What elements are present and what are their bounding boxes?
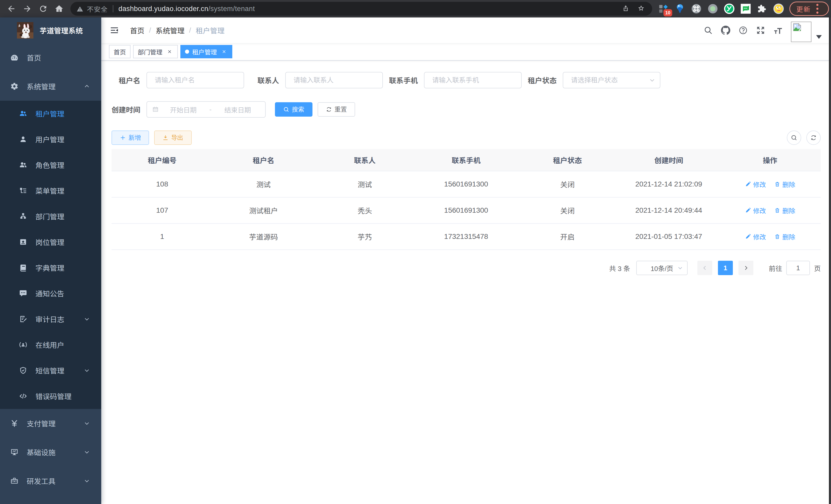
contact-name-input[interactable] — [286, 76, 382, 84]
start-date-placeholder[interactable]: 开始日期 — [161, 105, 206, 114]
prev-page-button[interactable] — [697, 261, 712, 275]
tab-dept[interactable]: 部门管理 — [133, 45, 178, 58]
refresh-table-button[interactable] — [806, 130, 821, 145]
extension-command-icon[interactable] — [690, 2, 703, 16]
address-bar[interactable]: 不安全 dashboard.yudao.iocoder.cn/system/te… — [70, 2, 652, 16]
sidebar-item-yuan-2[interactable]: 支付管理 — [0, 409, 101, 438]
sidebar-item-message-7[interactable]: 通知公告 — [0, 280, 101, 306]
main-area: 首页 / 系统管理 / 租户管理 首页 部门管理 租户管理 — [101, 18, 831, 504]
navbar-actions — [704, 20, 831, 40]
page-number-current[interactable]: 1 — [718, 261, 733, 275]
chevron-down-icon — [84, 367, 90, 374]
edit-button[interactable]: 修改 — [745, 206, 766, 215]
page-size-select[interactable]: 10条/页 — [636, 261, 688, 275]
font-size-icon[interactable] — [773, 26, 783, 35]
end-date-placeholder[interactable]: 结束日期 — [215, 105, 260, 114]
cell-tenant-name: 测试租户 — [213, 197, 314, 224]
sidebar-item-toolbox-4[interactable]: 研发工具 — [0, 467, 101, 495]
sms-icon — [19, 366, 27, 375]
tab-home[interactable]: 首页 — [109, 45, 131, 58]
sidebar-item-peoples-2[interactable]: 角色管理 — [0, 152, 101, 178]
extensions-puzzle-icon[interactable] — [755, 2, 769, 16]
extension-gem-icon[interactable] — [673, 2, 687, 16]
col-tenant-name: 租户名 — [213, 149, 314, 171]
user-avatar-menu[interactable] — [791, 22, 827, 42]
extension-recorder-icon[interactable] — [706, 2, 719, 16]
search-button[interactable]: 搜索 — [275, 102, 312, 117]
cell-mobile: 15601691300 — [416, 171, 517, 197]
breadcrumb-separator: / — [189, 26, 191, 34]
tenant-name-input[interactable] — [147, 76, 243, 84]
reset-button[interactable]: 重置 — [318, 102, 355, 117]
sidebar-item-tree-4[interactable]: 部门管理 — [0, 203, 101, 229]
tenant-status-select[interactable] — [563, 72, 660, 88]
col-created: 创建时间 — [618, 149, 719, 171]
github-icon[interactable] — [721, 26, 730, 35]
edit-button[interactable]: 修改 — [745, 180, 766, 189]
browser-toolbar: 不安全 dashboard.yudao.iocoder.cn/system/te… — [0, 0, 831, 18]
sidebar-item-sms-10[interactable]: 短信管理 — [0, 358, 101, 383]
breadcrumb-current: 租户管理 — [196, 25, 225, 35]
delete-button[interactable]: 删除 — [774, 206, 795, 215]
extension-yuque-icon[interactable] — [722, 2, 736, 16]
sidebar-item-monitor-3[interactable]: 基础设施 — [0, 438, 101, 467]
chevron-down-icon — [84, 449, 90, 455]
extension-chat-icon[interactable] — [739, 2, 752, 16]
extension-emoji-icon[interactable] — [772, 2, 785, 16]
col-mobile: 联系手机 — [416, 149, 517, 171]
edit-button[interactable]: 修改 — [745, 232, 766, 241]
sidebar-item-post-5[interactable]: 岗位管理 — [0, 229, 101, 255]
forward-icon — [23, 4, 32, 13]
add-button[interactable]: 新增 — [112, 130, 149, 145]
browser-reload-button[interactable] — [38, 4, 48, 13]
select-chevron-icon — [677, 265, 684, 271]
not-secure-label: 不安全 — [87, 4, 108, 13]
browser-home-button[interactable] — [55, 4, 64, 13]
select-chevron-icon — [649, 77, 656, 84]
sidebar-item-dashboard-0[interactable]: 首页 — [0, 43, 101, 72]
sidebar-item-gear-1[interactable]: 系统管理 — [0, 72, 101, 101]
puzzle-icon — [756, 3, 768, 14]
cell-status: 关闭 — [517, 197, 618, 224]
breadcrumb-home[interactable]: 首页 — [130, 25, 144, 35]
browser-forward-button[interactable] — [23, 4, 32, 13]
table-row: 107 测试租户 秃头 15601691300 关闭 2021-12-14 20… — [112, 197, 821, 224]
fullscreen-icon[interactable] — [756, 26, 765, 35]
update-label: 更新 — [796, 4, 811, 13]
export-button[interactable]: 导出 — [154, 130, 192, 145]
sidebar-item-tree-table-3[interactable]: 菜单管理 — [0, 178, 101, 203]
delete-button[interactable]: 删除 — [774, 180, 795, 189]
contact-mobile-input[interactable] — [425, 76, 521, 84]
next-page-button[interactable] — [739, 261, 753, 275]
goto-page-input[interactable] — [787, 261, 809, 275]
extension-tab-manager-icon[interactable]: 10 — [657, 2, 670, 16]
tenant-status-input[interactable] — [563, 76, 660, 84]
breadcrumb-system[interactable]: 系统管理 — [156, 25, 184, 35]
close-icon[interactable] — [221, 48, 228, 55]
close-icon[interactable] — [166, 48, 173, 55]
sidebar-item-dict-6[interactable]: 字典管理 — [0, 255, 101, 280]
sidebar-item-online-9[interactable]: 在线用户 — [0, 332, 101, 358]
create-time-range-picker[interactable]: 开始日期 - 结束日期 — [146, 101, 266, 118]
browser-back-button[interactable] — [7, 4, 16, 13]
app-title: 芋道管理系统 — [39, 25, 83, 35]
header-search-icon[interactable] — [704, 26, 713, 35]
peoples-icon — [19, 110, 27, 118]
search-icon — [791, 135, 797, 141]
toggle-search-button[interactable] — [787, 130, 801, 145]
tree-table-icon — [19, 186, 27, 195]
sidebar-logo[interactable]: 芋道管理系统 — [0, 18, 101, 43]
delete-button[interactable]: 删除 — [774, 232, 795, 241]
caret-down-icon — [816, 35, 822, 39]
sidebar-item-peoples-0[interactable]: 租户管理 — [0, 101, 101, 126]
help-icon[interactable] — [739, 26, 748, 35]
chrome-update-menu-button[interactable]: 更新 — [790, 2, 829, 16]
cell-status: 开启 — [517, 224, 618, 250]
share-icon[interactable] — [622, 5, 631, 13]
sidebar-item-log-8[interactable]: 审计日志 — [0, 306, 101, 332]
tab-tenant[interactable]: 租户管理 — [180, 45, 232, 58]
sidebar-item-user-1[interactable]: 用户管理 — [0, 126, 101, 152]
bookmark-star-icon[interactable] — [638, 5, 646, 13]
hamburger-icon[interactable] — [110, 26, 119, 35]
sidebar-item-code-11[interactable]: 错误码管理 — [0, 383, 101, 409]
